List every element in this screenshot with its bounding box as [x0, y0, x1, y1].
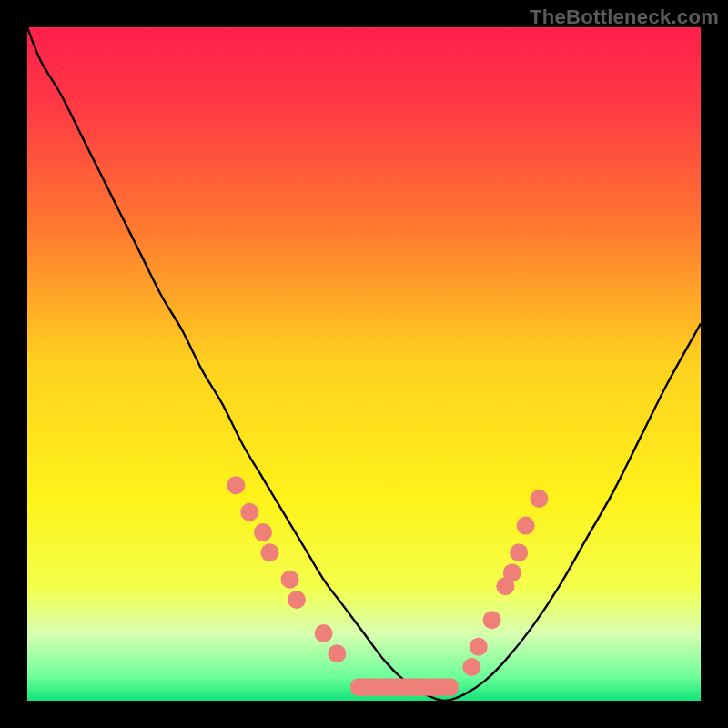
- scatter-point: [462, 658, 480, 676]
- scatter-point: [470, 638, 488, 656]
- scatter-point: [483, 611, 501, 629]
- scatter-point: [503, 563, 521, 581]
- scatter-point: [260, 543, 278, 561]
- scatter-point: [517, 517, 535, 535]
- chart-stage: TheBottleneck.com: [0, 0, 728, 728]
- scatter-point: [227, 476, 245, 494]
- scatter-point: [315, 624, 333, 642]
- valley-connector-bar: [350, 679, 458, 696]
- chart-canvas: [27, 27, 701, 701]
- gradient-background: [27, 27, 701, 701]
- watermark-text: TheBottleneck.com: [530, 5, 719, 29]
- scatter-point: [328, 644, 346, 662]
- scatter-point: [288, 591, 306, 609]
- scatter-point: [240, 503, 258, 521]
- scatter-point: [510, 543, 528, 561]
- scatter-point: [254, 523, 272, 541]
- scatter-point: [530, 490, 548, 508]
- scatter-point: [281, 571, 299, 589]
